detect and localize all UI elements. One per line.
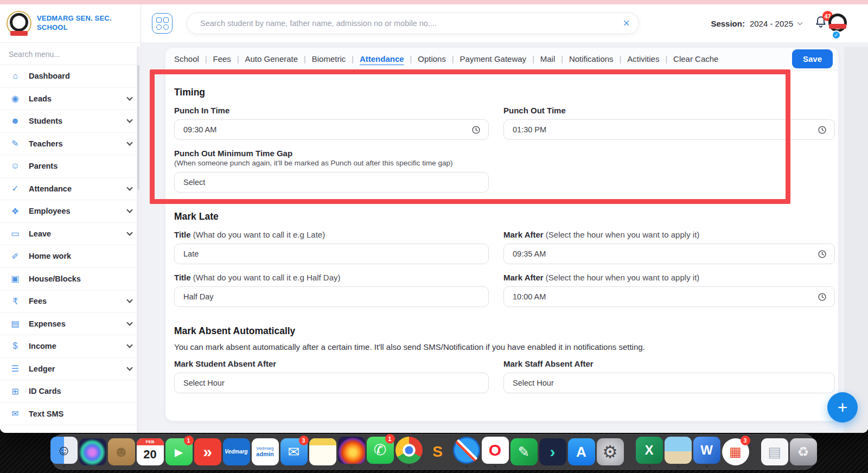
sidebar-item[interactable]: ✉ Text SMS [0, 403, 141, 426]
half-day-title-input[interactable]: Half Day [174, 286, 489, 307]
settings-tab[interactable]: Fees [213, 54, 231, 63]
dock-icon[interactable]: Vedmarg admin [252, 438, 279, 465]
dock-icon[interactable]: ✎ [510, 438, 538, 465]
leads-icon: ◉ [9, 93, 22, 104]
staff-absent-after-select[interactable]: Select Hour [503, 373, 835, 393]
dock-icon[interactable]: ♻ [790, 438, 817, 465]
sidebar-item[interactable]: ◉ Leads [0, 88, 141, 111]
fees-icon: ₹ [9, 296, 22, 306]
dock-icon[interactable]: O [482, 437, 509, 468]
settings-tab[interactable]: Payment Gateway [460, 54, 527, 63]
dock-icon[interactable] [453, 437, 480, 468]
browser-top-strip [0, 0, 868, 4]
settings-tab[interactable]: Auto Generate [245, 54, 298, 63]
punch-gap-select[interactable]: Select [174, 172, 489, 193]
dock-icon[interactable] [395, 437, 423, 468]
dock-icon[interactable] [665, 437, 692, 468]
tab-separator: | [205, 55, 207, 63]
ledger-icon: ☰ [9, 363, 22, 374]
school-name: VEDMARG SEN. SEC. SCHOOL [37, 14, 134, 33]
half-day-mark-after-input[interactable]: 10:00 AM [503, 286, 835, 307]
sidebar-item-label: Ledger [29, 365, 127, 373]
dock-icon[interactable]: A [568, 438, 595, 465]
sidebar-item[interactable]: ▣ House/Blocks [0, 268, 141, 291]
late-mark-after-input[interactable]: 09:35 AM [503, 244, 835, 264]
page-scrollbar[interactable] [844, 47, 868, 433]
dock-icon[interactable]: 3 ✉ [280, 438, 308, 465]
sidebar-search-input[interactable] [0, 42, 141, 65]
sidebar-item[interactable]: ❖ Employees [0, 200, 141, 223]
dock-icon[interactable]: ☺ [50, 437, 78, 468]
macos-dock: ☺ ☻ [52, 434, 815, 470]
sidebar-item[interactable]: ☻ Students [0, 110, 141, 133]
settings-tab[interactable]: Activities [627, 54, 659, 63]
punch-out-time-input[interactable]: 01:30 PM [503, 119, 835, 140]
dock-icon[interactable]: Vedmarg [223, 438, 250, 465]
sidebar-item[interactable]: ▤ Expenses [0, 313, 141, 336]
sidebar-item[interactable]: ₹ Fees [0, 290, 141, 313]
dock-icon[interactable]: › [539, 438, 566, 465]
main-area: × Session: 2024 - 2025 47 ✓ [141, 4, 868, 433]
sidebar-item[interactable]: ⊞ ID Cards [0, 380, 141, 403]
sidebar-item[interactable]: $ Income [0, 335, 141, 358]
dock-icon[interactable]: ☻ [108, 438, 135, 465]
settings-tab[interactable]: Options [418, 54, 446, 63]
sidebar-item[interactable]: ▥ [0, 425, 141, 433]
sidebar-item[interactable]: ☺ Parents [0, 155, 141, 178]
dock-icon[interactable] [309, 438, 336, 465]
dock-icon[interactable]: 1 ✆ [367, 437, 394, 468]
documents-dock-icon: ▤ [761, 438, 788, 465]
dock-icon[interactable]: ⚙ [597, 438, 624, 465]
dock-icon[interactable] [338, 437, 365, 468]
student-search-bar[interactable]: × [187, 12, 639, 34]
running-indicator-dot [706, 465, 708, 468]
settings-tab[interactable]: School [174, 54, 199, 63]
notifications-bell-icon[interactable]: 47 [814, 15, 828, 31]
dock-icon[interactable]: ▤ [761, 438, 788, 465]
clear-search-icon[interactable]: × [623, 17, 630, 29]
settings-tab[interactable]: Biometric [312, 54, 346, 63]
dock-icon[interactable]: 1 ▸ [165, 438, 193, 465]
screen: VEDMARG SEN. SEC. SCHOOL ⌂ Dashboard ◉ L… [0, 0, 868, 473]
sidebar-item[interactable]: ▭ Leave [0, 223, 141, 246]
student-search-input[interactable] [199, 18, 617, 28]
dock-badge: 3 [299, 436, 309, 445]
sidebar-item-label: Attendance [29, 184, 127, 193]
sidebar-item[interactable]: ✐ Home work [0, 245, 141, 268]
sidebar-item[interactable]: ✓ Attendance [0, 178, 141, 201]
dock-icon[interactable] [79, 438, 106, 465]
dock-icon[interactable]: S [424, 438, 451, 465]
avatar-logo [837, 17, 839, 29]
timing-heading: Timing [174, 87, 835, 98]
profile-avatar[interactable]: ✓ [837, 18, 839, 28]
session-selector[interactable]: Session: 2024 - 2025 [711, 19, 802, 28]
sidebar-item[interactable]: ⌂ Dashboard [0, 65, 141, 88]
sidebar-item[interactable]: ✎ Teachers [0, 133, 141, 156]
dock-icon[interactable]: FEB 20 [137, 438, 164, 465]
settings-tab[interactable]: Notifications [569, 54, 614, 63]
app-store-dock-icon: A [568, 438, 595, 465]
clock-icon [818, 250, 827, 259]
session-value: 2024 - 2025 [750, 19, 793, 28]
clock-icon [818, 125, 827, 135]
dock-icon[interactable]: 3 ▦ [722, 438, 749, 465]
sidebar-scrollbar[interactable] [137, 47, 140, 433]
sidebar-item-label: Fees [29, 297, 127, 305]
settings-tab[interactable]: Clear Cache [673, 54, 718, 63]
late-title-input[interactable]: Late [174, 244, 489, 264]
apps-grid-icon[interactable] [152, 13, 173, 34]
dock-icon[interactable]: X [636, 437, 663, 468]
trash-dock-icon: ♻ [790, 438, 817, 465]
sidebar-item[interactable]: ☰ Ledger [0, 358, 141, 381]
dock-icon[interactable]: W [693, 437, 720, 468]
chrome-dock-icon [395, 437, 423, 464]
student-absent-after-select[interactable]: Select Hour [174, 373, 489, 393]
punch-in-time-input[interactable]: 09:30 AM [174, 119, 489, 140]
settings-tab[interactable]: Attendance [360, 54, 404, 63]
sidebar: VEDMARG SEN. SEC. SCHOOL ⌂ Dashboard ◉ L… [0, 4, 141, 433]
punch-out-label: Punch Out Time [503, 106, 566, 115]
add-fab-button[interactable]: + [827, 392, 858, 423]
dock-icon[interactable]: » [194, 438, 221, 465]
save-button[interactable]: Save [792, 49, 833, 68]
settings-tab[interactable]: Mail [540, 54, 556, 63]
